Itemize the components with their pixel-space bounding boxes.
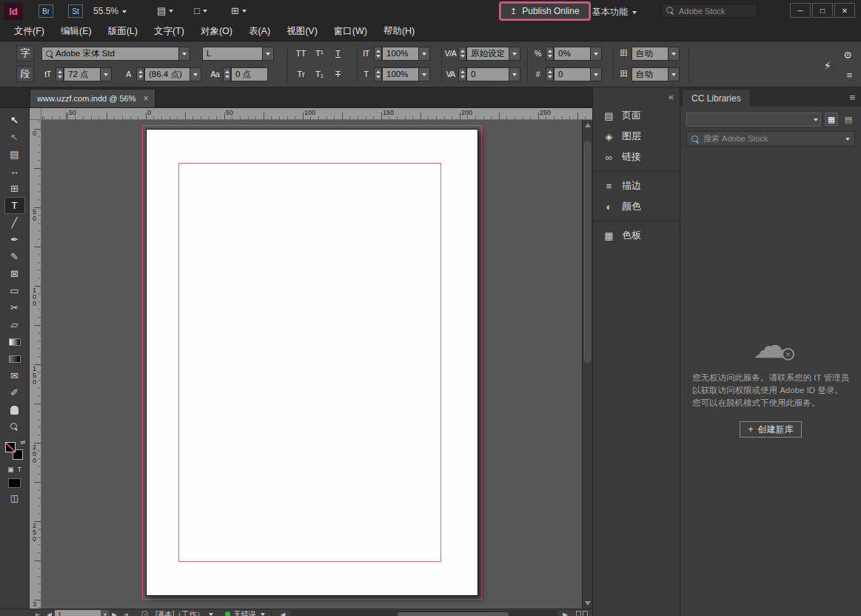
formatting-affects-text-icon[interactable]: T [18,466,22,473]
rectangle-tool[interactable]: ▭ [4,282,25,299]
grid-mode-input-2[interactable]: 自动 [631,67,669,81]
font-family-dropdown[interactable] [179,47,190,61]
selection-tool[interactable]: ↖ [4,112,25,129]
horizontal-ruler[interactable]: 50 0 50 100 150 200 250 [41,108,592,120]
proportional-spacing-dropdown[interactable] [591,47,602,61]
library-select-dropdown[interactable] [686,113,821,127]
all-caps-button[interactable]: TT [292,46,310,61]
character-formatting-toggle[interactable]: 字 [16,45,34,61]
leading-stepper[interactable] [136,67,144,81]
horizontal-scale-stepper[interactable] [374,67,382,81]
menu-table[interactable]: 表(A) [241,22,278,41]
line-tool[interactable]: ╱ [4,214,25,231]
zoom-level-dropdown[interactable]: 55.5% [93,6,127,16]
strikethrough-button[interactable]: T [329,67,347,82]
arrange-documents-dropdown[interactable]: ⊞ [231,5,247,16]
font-family-input[interactable]: Adobe 宋体 Std [41,47,179,61]
apply-color-button[interactable] [8,478,21,488]
split-layout-button[interactable] [576,611,588,616]
gear-icon[interactable]: ⚙ [843,50,852,61]
kerning-dropdown[interactable] [509,47,520,61]
first-page-button[interactable]: ⇤ [33,611,44,616]
scroll-up-icon[interactable] [585,123,591,127]
last-page-button[interactable]: ⇥ [120,611,131,616]
menu-view[interactable]: 视图(V) [278,22,326,41]
scroll-down-icon[interactable] [585,601,591,606]
page-tool[interactable]: ▤ [4,146,25,163]
pen-tool[interactable]: ✒ [4,231,25,248]
panel-menu-icon[interactable]: ≡ [849,92,855,103]
quick-apply-icon[interactable]: ⚡ [823,59,831,73]
menu-window[interactable]: 窗口(W) [326,22,375,41]
vertical-scale-input[interactable]: 100% [382,47,419,61]
swap-fill-stroke-icon[interactable]: ⇄ [21,439,26,446]
library-search-input[interactable]: 搜索 Adobe Stock [686,131,855,147]
eyedropper-tool[interactable]: ✐ [4,384,25,401]
leading-input[interactable]: (86.4 点) [144,67,190,81]
chevron-down-icon[interactable] [261,613,265,616]
vertical-scrollbar-thumb[interactable] [584,141,591,363]
pasteboard[interactable] [41,120,582,609]
error-status-label[interactable]: 无错误 [234,609,256,616]
horizontal-scale-input[interactable]: 100% [382,67,419,81]
panel-menu-icon[interactable]: ≡ [846,70,852,81]
chevron-down-icon[interactable] [845,138,850,143]
menu-help[interactable]: 帮助(H) [375,22,423,41]
fill-stroke-controls[interactable]: ⇄ [5,442,24,462]
leading-dropdown[interactable] [190,67,201,81]
minimize-button[interactable]: ─ [790,3,811,18]
preflight-profile[interactable]: [基本]（工作） [155,609,204,616]
kerning-input[interactable]: 原始设定 [466,47,509,61]
ruler-origin-box[interactable] [30,108,41,120]
grid-chars-stepper[interactable] [546,67,554,81]
fill-color-chip[interactable] [5,442,16,452]
content-collector-tool[interactable]: ⊞ [4,180,25,197]
font-size-stepper[interactable] [56,67,64,81]
maximize-button[interactable]: □ [812,3,833,18]
gradient-feather-tool[interactable] [4,350,25,367]
grid-chars-input[interactable]: 0 [554,67,591,81]
gap-tool[interactable]: ↔ [4,163,25,180]
view-options-dropdown[interactable]: ▤ [157,5,173,16]
next-page-button[interactable]: ▶ [109,611,120,616]
horizontal-scale-dropdown[interactable] [419,67,430,81]
dock-item-links[interactable]: ∞ 链接 [593,147,680,167]
zoom-tool[interactable] [4,418,25,435]
document-tab[interactable]: www.uzzf.com.indd @ 56% × [30,89,155,107]
workspace-switcher[interactable]: 基本功能 [592,6,637,19]
dock-item-pages[interactable]: ▤ 页面 [593,105,680,126]
kerning-stepper[interactable] [458,47,466,61]
grid-mode-dropdown-1[interactable] [669,47,680,61]
paragraph-formatting-toggle[interactable]: 段 [16,66,34,82]
horizontal-scrollbar-thumb[interactable] [398,612,509,616]
create-library-button[interactable]: + 创建新库 [740,421,801,438]
grid-view-button[interactable]: ▦ [825,113,838,126]
baseline-shift-input[interactable]: 0 点 [231,67,268,81]
collapse-panels-icon[interactable]: « [669,92,674,102]
superscript-button[interactable]: T¹ [310,46,329,61]
document-page[interactable] [146,129,478,596]
previous-page-button[interactable]: ◀ [44,611,55,616]
tracking-input[interactable]: 0 [466,67,509,81]
font-size-input[interactable]: 72 点 [64,67,101,81]
direct-selection-tool[interactable]: ↖ [4,129,25,146]
gradient-swatch-tool[interactable] [4,333,25,350]
horizontal-scrollbar[interactable] [291,611,557,616]
note-tool[interactable]: ✉ [4,367,25,384]
vertical-scale-dropdown[interactable] [419,47,430,61]
page-number-dropdown[interactable] [101,610,109,616]
page-number-input[interactable]: 1 [55,610,101,616]
proportional-spacing-input[interactable]: 0% [554,47,591,61]
cc-libraries-tab[interactable]: CC Libraries [682,89,751,107]
grid-mode-input-1[interactable]: 自动 [631,47,669,61]
bridge-button[interactable]: Br [38,4,53,18]
dock-item-stroke[interactable]: ≡ 描边 [593,175,680,196]
screen-mode-button[interactable]: ◫ [10,493,19,503]
menu-object[interactable]: 对象(O) [192,22,241,41]
small-caps-button[interactable]: Tr [292,67,310,82]
rectangle-frame-tool[interactable]: ⊠ [4,265,25,282]
menu-edit[interactable]: 编辑(E) [53,22,100,41]
stock-button[interactable]: St [68,4,83,18]
menu-layout[interactable]: 版面(L) [100,22,146,41]
vertical-ruler[interactable]: 0 50 100 150 200 250 300 [30,120,41,609]
